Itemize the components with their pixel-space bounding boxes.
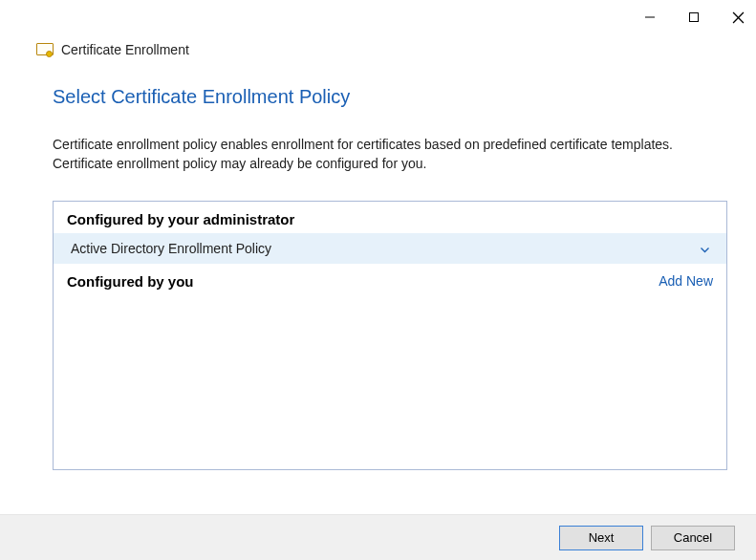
minimize-button[interactable] <box>641 9 659 26</box>
page-description: Certificate enrollment policy enables en… <box>53 135 722 174</box>
section-admin-title: Configured by your administrator <box>67 211 294 227</box>
section-user-title: Configured by you <box>67 273 194 290</box>
cancel-button[interactable]: Cancel <box>651 526 735 550</box>
titlebar <box>0 0 756 34</box>
chevron-down-icon <box>701 241 709 256</box>
window-header: Certificate Enrollment <box>0 34 756 67</box>
add-new-link[interactable]: Add New <box>659 273 713 289</box>
next-button[interactable]: Next <box>559 526 643 550</box>
certificate-icon <box>36 43 54 56</box>
window-title: Certificate Enrollment <box>61 42 189 57</box>
close-button[interactable] <box>729 9 746 26</box>
page-heading: Select Certificate Enrollment Policy <box>53 86 727 108</box>
footer: Next Cancel <box>0 514 756 560</box>
maximize-button[interactable] <box>685 9 702 26</box>
policy-item-label: Active Directory Enrollment Policy <box>71 241 271 256</box>
section-admin-header: Configured by your administrator <box>54 202 726 233</box>
section-user-header: Configured by you Add New <box>54 264 726 295</box>
content-area: Select Certificate Enrollment Policy Cer… <box>0 67 756 470</box>
svg-rect-1 <box>690 13 699 22</box>
policy-item-adep[interactable]: Active Directory Enrollment Policy <box>54 233 726 264</box>
policy-list: Configured by your administrator Active … <box>53 201 727 470</box>
